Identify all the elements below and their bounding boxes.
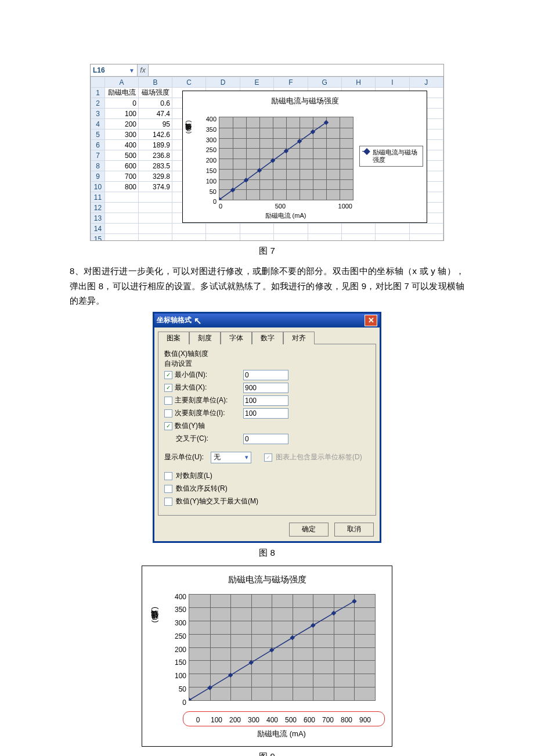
cell[interactable]: 300 xyxy=(105,129,139,140)
option-label[interactable]: 对数刻度(L) xyxy=(176,471,212,481)
field-label[interactable]: ✓最大值(X): xyxy=(164,383,240,393)
fx-icon[interactable]: fx xyxy=(138,64,149,76)
row-header[interactable]: 2 xyxy=(91,98,105,109)
checkbox-icon[interactable]: ✓ xyxy=(164,371,172,379)
cell[interactable] xyxy=(206,234,240,241)
cell[interactable] xyxy=(274,234,308,241)
cell[interactable] xyxy=(105,192,139,203)
formula-bar[interactable] xyxy=(149,64,443,76)
dialog-tab[interactable]: 刻度 xyxy=(189,332,221,344)
row-header[interactable]: 4 xyxy=(91,119,105,129)
name-box[interactable]: L16▼ xyxy=(91,64,138,76)
ok-button[interactable]: 确定 xyxy=(289,523,329,537)
cell[interactable] xyxy=(139,224,172,234)
cell[interactable] xyxy=(240,234,273,241)
plot-area[interactable] xyxy=(219,117,353,200)
cell[interactable] xyxy=(376,234,409,241)
cell[interactable] xyxy=(139,234,172,241)
col-header[interactable]: H xyxy=(341,77,375,88)
dialog-tab[interactable]: 字体 xyxy=(221,332,252,344)
option-label[interactable]: 数值(Y)轴交叉于最大值(M) xyxy=(176,496,258,506)
row-header[interactable]: 11 xyxy=(91,192,105,203)
row-header[interactable]: 3 xyxy=(91,109,105,119)
cell[interactable] xyxy=(139,213,172,224)
col-header[interactable]: A xyxy=(105,77,139,88)
cell[interactable]: 0.6 xyxy=(139,98,172,109)
row-header[interactable]: 14 xyxy=(91,224,105,234)
dialog-tab[interactable]: 数字 xyxy=(252,332,283,344)
cell[interactable]: 0 xyxy=(105,98,139,109)
dialog-tab[interactable]: 图案 xyxy=(158,332,189,344)
cross-value-input[interactable] xyxy=(243,434,288,444)
row-header[interactable]: 1 xyxy=(91,88,105,98)
value-input[interactable] xyxy=(243,408,288,419)
col-header[interactable]: G xyxy=(308,77,341,88)
row-header[interactable]: 10 xyxy=(91,182,105,192)
checkbox-icon[interactable] xyxy=(164,397,172,405)
embedded-chart[interactable]: 励磁电流与磁场强度 磁场强度 (mT) 40035030025020015010… xyxy=(182,91,427,223)
cell[interactable]: 189.9 xyxy=(139,140,172,150)
row-header[interactable]: 6 xyxy=(91,140,105,150)
cancel-button[interactable]: 取消 xyxy=(334,523,374,537)
checkbox-icon[interactable]: ✓ xyxy=(164,384,172,392)
cell[interactable] xyxy=(376,224,409,234)
cell[interactable]: 142.6 xyxy=(139,129,172,140)
checkbox-icon[interactable]: ✓ xyxy=(164,422,172,430)
cell[interactable]: 47.4 xyxy=(139,109,172,119)
cell[interactable]: 400 xyxy=(105,140,139,150)
yaxis-checkbox-label[interactable]: ✓数值(Y)轴 xyxy=(164,421,240,431)
value-input[interactable] xyxy=(243,370,288,380)
cell[interactable]: 100 xyxy=(105,109,139,119)
cell[interactable]: 283.5 xyxy=(139,161,172,171)
row-header[interactable]: 7 xyxy=(91,150,105,161)
row-header[interactable]: 8 xyxy=(91,161,105,171)
cell[interactable] xyxy=(341,234,375,241)
cell[interactable]: 500 xyxy=(105,150,139,161)
cell[interactable]: 600 xyxy=(105,161,139,171)
col-header[interactable]: I xyxy=(376,77,409,88)
dropdown-icon[interactable]: ▼ xyxy=(129,67,135,74)
row-header[interactable]: 5 xyxy=(91,129,105,140)
col-header[interactable]: E xyxy=(240,77,273,88)
cell[interactable]: 95 xyxy=(139,119,172,129)
cell[interactable] xyxy=(341,224,375,234)
cell[interactable]: 700 xyxy=(105,171,139,182)
cell[interactable] xyxy=(105,203,139,213)
cell[interactable] xyxy=(274,224,308,234)
cell[interactable]: 800 xyxy=(105,182,139,192)
unit-select[interactable]: 无 xyxy=(211,452,251,463)
field-label[interactable]: ✓最小值(N): xyxy=(164,370,240,380)
option-label[interactable]: 数值次序反转(R) xyxy=(176,484,228,494)
value-input[interactable] xyxy=(243,395,288,406)
checkbox-icon[interactable] xyxy=(164,498,172,506)
col-header[interactable]: D xyxy=(206,77,240,88)
checkbox-icon[interactable] xyxy=(164,472,172,480)
dialog-tab[interactable]: 对齐 xyxy=(283,332,315,344)
cell[interactable]: 374.9 xyxy=(139,182,172,192)
cell[interactable] xyxy=(240,224,273,234)
cell[interactable] xyxy=(172,224,206,234)
select-all-corner[interactable] xyxy=(91,77,105,88)
cell[interactable]: 200 xyxy=(105,119,139,129)
row-header[interactable]: 15 xyxy=(91,234,105,241)
checkbox-icon[interactable] xyxy=(164,409,172,417)
cell[interactable]: 236.8 xyxy=(139,150,172,161)
cell[interactable] xyxy=(308,234,341,241)
cell[interactable] xyxy=(139,203,172,213)
col-header[interactable]: C xyxy=(172,77,206,88)
cell[interactable]: 磁场强度 xyxy=(139,88,172,98)
col-header[interactable]: J xyxy=(409,77,443,88)
cell[interactable] xyxy=(105,234,139,241)
cell[interactable] xyxy=(409,234,443,241)
cell[interactable] xyxy=(105,213,139,224)
col-header[interactable]: B xyxy=(139,77,172,88)
cell[interactable] xyxy=(308,224,341,234)
checkbox-icon[interactable] xyxy=(164,485,172,493)
chart-legend[interactable]: 励磁电流与磁场强度 xyxy=(359,146,423,167)
close-button[interactable]: ✕ xyxy=(365,315,377,326)
cell[interactable]: 329.8 xyxy=(139,171,172,182)
cell[interactable] xyxy=(172,234,206,241)
row-header[interactable]: 9 xyxy=(91,171,105,182)
value-input[interactable] xyxy=(243,383,288,393)
cell[interactable] xyxy=(206,224,240,234)
